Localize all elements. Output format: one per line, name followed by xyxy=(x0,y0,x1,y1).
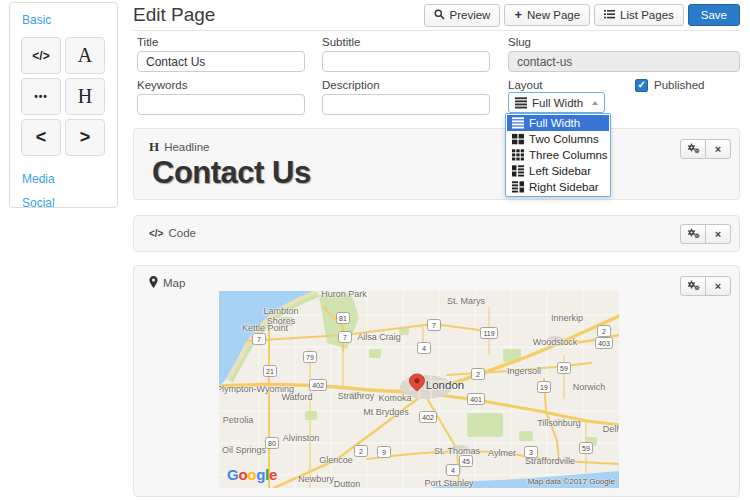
chevron-up-icon xyxy=(592,101,598,105)
map-town-label: Watford xyxy=(281,393,312,403)
block-settings-button[interactable] xyxy=(680,224,706,244)
code-block[interactable]: </> Code × xyxy=(133,215,740,252)
preview-button[interactable]: Preview xyxy=(424,4,501,27)
layout-option-left-sidebar[interactable]: Left Sidebar xyxy=(507,163,609,179)
map-town-label: Aylmer xyxy=(488,449,516,459)
road-shield: 7 xyxy=(252,333,266,345)
map-town-label: Tillsonburg xyxy=(537,419,581,429)
keywords-label: Keywords xyxy=(137,79,188,91)
map-town-label: Huron Park xyxy=(321,291,367,300)
road-shield: 2 xyxy=(471,368,485,380)
headline-block[interactable]: H Headline Contact Us × xyxy=(133,128,740,200)
published-checkbox[interactable] xyxy=(635,79,648,92)
road-shield: 19 xyxy=(537,381,551,393)
map-town-label: Ailsa Craig xyxy=(357,333,401,343)
map-town-label: Straffordville xyxy=(525,457,575,467)
road-shield: 79 xyxy=(303,351,317,363)
list-pages-button[interactable]: List Pages xyxy=(594,4,684,26)
new-page-button[interactable]: + New Page xyxy=(504,4,590,26)
google-map[interactable]: Huron ParkSt. MarysLambton ShoresKettle … xyxy=(219,291,619,488)
map-marker-icon xyxy=(149,276,158,290)
road-shield: 3 xyxy=(524,446,538,458)
block-remove-button[interactable]: × xyxy=(705,276,731,296)
tool-code-button[interactable]: </> xyxy=(21,37,61,74)
layout-option-three-columns[interactable]: Three Columns xyxy=(507,147,609,163)
road-shield: 21 xyxy=(263,365,277,377)
road-shield: 59 xyxy=(579,442,593,454)
road-shield: 7 xyxy=(427,319,441,331)
search-icon xyxy=(434,9,445,22)
road-shield: 59 xyxy=(557,362,571,374)
sidebar-item-social[interactable]: Social xyxy=(22,196,117,210)
code-block-label: </> Code xyxy=(149,227,196,239)
map-town-label: Innerkip xyxy=(551,314,583,324)
rows-icon xyxy=(512,117,524,129)
gears-icon xyxy=(687,143,700,156)
gears-icon xyxy=(687,280,700,293)
map-attribution: Map data ©2017 Google xyxy=(528,477,615,486)
map-block-label: Map xyxy=(149,276,185,290)
layout-option-two-columns[interactable]: Two Columns xyxy=(507,131,609,147)
block-remove-button[interactable]: × xyxy=(705,224,731,244)
layout-option-full-width[interactable]: Full Width xyxy=(507,115,609,131)
road-shield: 119 xyxy=(480,327,498,339)
keywords-input[interactable] xyxy=(137,94,305,115)
slug-label: Slug xyxy=(508,36,531,48)
headline-content: Contact Us xyxy=(152,155,311,191)
block-remove-button[interactable]: × xyxy=(705,139,731,159)
slug-input[interactable] xyxy=(508,51,740,72)
title-label: Title xyxy=(137,36,158,48)
title-input[interactable] xyxy=(137,51,305,72)
tool-chevron-left-button[interactable]: < xyxy=(21,119,61,156)
components-sidebar: Basic </>A•••H<> Media Social xyxy=(9,2,118,208)
map-town-label: Strathroy xyxy=(338,392,375,402)
description-label: Description xyxy=(322,79,380,91)
tool-headline-button[interactable]: H xyxy=(65,78,105,115)
map-block[interactable]: Map × xyxy=(133,265,740,497)
map-town-label: Glencoe xyxy=(319,456,353,466)
road-shield: 2 xyxy=(354,445,368,457)
published-label: Published xyxy=(654,79,705,91)
main-content: Edit Page Preview + New Page List Pages … xyxy=(133,0,740,500)
road-shield: 4 xyxy=(417,342,431,354)
road-shield: 4 xyxy=(446,464,460,476)
layout-select[interactable]: Full Width xyxy=(508,92,605,113)
map-town-label: Dutton xyxy=(334,480,361,488)
tool-grid: </>A•••H<> xyxy=(21,37,117,156)
map-town-label: Norwich xyxy=(573,383,606,393)
tool-text-button[interactable]: A xyxy=(65,37,105,74)
tool-chevron-right-button[interactable]: > xyxy=(65,119,105,156)
layout-option-right-sidebar[interactable]: Right Sidebar xyxy=(507,179,609,195)
layout-dropdown: Full WidthTwo ColumnsThree ColumnsLeft S… xyxy=(505,113,611,197)
google-logo[interactable]: Google xyxy=(227,466,277,483)
map-town-label: Port Stanley xyxy=(424,479,473,488)
tool-more-button[interactable]: ••• xyxy=(21,78,61,115)
layout-label: Layout xyxy=(508,79,543,91)
code-icon: </> xyxy=(149,228,163,239)
left-sidebar-icon xyxy=(512,165,524,177)
sidebar-item-media[interactable]: Media xyxy=(22,172,117,186)
subtitle-input[interactable] xyxy=(322,51,490,72)
list-icon xyxy=(604,9,615,21)
description-input[interactable] xyxy=(322,94,490,115)
close-icon: × xyxy=(715,143,721,155)
road-shield: 80 xyxy=(265,437,279,449)
two-col-icon xyxy=(512,133,524,145)
map-town-label: Woodstock xyxy=(533,338,577,348)
map-town-label: London xyxy=(426,379,464,392)
rows-icon xyxy=(515,97,527,109)
save-button[interactable]: Save xyxy=(688,4,740,26)
block-settings-button[interactable] xyxy=(680,276,706,296)
map-town-label: Kettle Point xyxy=(242,324,288,334)
map-town-label: Mt Brydges xyxy=(363,408,409,418)
road-shield: 401 xyxy=(467,393,485,405)
road-shield: 2 xyxy=(597,325,611,337)
map-town-label: Newbury xyxy=(298,475,334,485)
right-sidebar-icon xyxy=(512,181,524,193)
page-header: Edit Page Preview + New Page List Pages … xyxy=(133,0,740,31)
map-town-label: St. Marys xyxy=(447,297,485,307)
block-settings-button[interactable] xyxy=(680,139,706,159)
road-shield: 45 xyxy=(459,455,473,467)
sidebar-item-basic[interactable]: Basic xyxy=(22,13,117,27)
gears-icon xyxy=(687,228,700,241)
